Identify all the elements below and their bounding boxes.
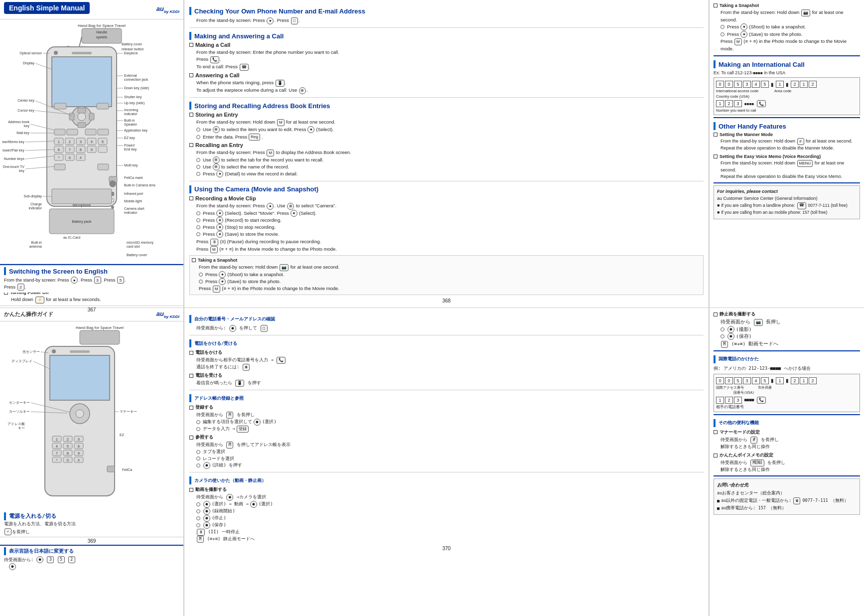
- au-logo: auby KDDI: [156, 5, 179, 14]
- switching-section: Switching the Screen to English From the…: [0, 264, 183, 293]
- svg-text:ディスプレイ: ディスプレイ: [11, 359, 32, 363]
- jp-intl-box: 0 0 5 3 4 5 ▮ 1 ▮ 2 1 2 国際アクセス番号 市外局番 国番…: [714, 374, 860, 412]
- svg-text:indicator: indicator: [124, 112, 138, 116]
- svg-text:マナーキー: マナーキー: [120, 410, 137, 413]
- svg-text:3: 3: [80, 140, 82, 144]
- svg-text:key: key: [24, 124, 29, 128]
- svg-text:Hand Bag for Space Travel: Hand Bag for Space Travel: [76, 325, 124, 330]
- storing-steps: From the stand-by screen: Hold down M fo…: [189, 119, 704, 141]
- checking-title: Checking Your Own Phone Number and E-mai…: [194, 7, 365, 15]
- jp-handy-header: その他の便利な機能: [714, 419, 860, 427]
- jp-num-footer: 相手の電話番号: [716, 405, 858, 410]
- making-bar: [189, 32, 191, 40]
- svg-text:au IC-Card: au IC-Card: [63, 236, 80, 239]
- svg-text:キー: キー: [18, 426, 25, 430]
- camera-bar: [189, 185, 191, 193]
- number-seq-bottom: 1 2 3 ■■■■ 📞: [716, 100, 858, 107]
- svg-text:Up key (side): Up key (side): [124, 101, 144, 105]
- voice-steps: From the stand-by screen: Hold down MENU…: [714, 160, 860, 180]
- jp-movie-row: 動画を撮影する: [189, 486, 704, 493]
- jp-divider-2: [714, 414, 860, 415]
- answering-subtitle-row: Answering a Call: [189, 72, 704, 78]
- jp-phone-num-title: 自分の電話番号・メールアドレスの確認: [194, 316, 275, 322]
- bullet-manner: [714, 133, 718, 137]
- svg-text:2: 2: [69, 140, 71, 144]
- svg-text:9: 9: [78, 452, 80, 455]
- storing-entry-row: Storing an Entry: [189, 112, 704, 118]
- sub-bullet-8: [196, 225, 200, 229]
- snapshot-steps-r: From the stand-by screen: Hold down 📷 fo…: [714, 9, 860, 52]
- snapshot-title: Taking a Snapshot: [198, 258, 237, 263]
- svg-text:Earpiece: Earpiece: [124, 51, 138, 55]
- sub-bullet-6: [196, 211, 200, 215]
- switching-text2: Press 2.: [4, 284, 179, 291]
- separator2: ▮: [786, 82, 789, 87]
- num-4: 4: [752, 81, 760, 88]
- call-icon: 📞: [757, 100, 766, 107]
- num-0-1: 0: [716, 81, 724, 88]
- svg-point-132: [76, 410, 84, 418]
- answering-subtitle: Answering a Call: [195, 72, 240, 78]
- right-panel-top: Taking a Snapshot From the stand-by scre…: [710, 0, 864, 308]
- access-code-label: International access code: [716, 89, 758, 93]
- svg-text:Camera start: Camera start: [124, 207, 144, 210]
- bullet-voice: [714, 154, 718, 158]
- svg-text:6: 6: [58, 148, 60, 152]
- making-call-subtitle: Making a Call: [195, 42, 230, 48]
- movie-clip-row: Recording a Movie Clip: [189, 195, 704, 201]
- svg-text:3: 3: [78, 438, 80, 441]
- jp-making-row: 電話をかける: [189, 349, 704, 356]
- area-code-label: Area code: [774, 89, 791, 93]
- jp-answer-text: 着信音が鳴ったら 📱 を押す: [189, 380, 704, 387]
- jp-intl-example: 例: アメリカの 212-123-■■■■ へかける場合: [714, 365, 860, 372]
- sub-bullet-11: [199, 280, 203, 284]
- jp-store-sub: 登録する: [195, 404, 213, 411]
- svg-rect-128: [50, 355, 110, 400]
- num-3: 3: [743, 81, 751, 88]
- camera-title: Using the Camera (Movie and Snapshot): [194, 185, 318, 193]
- switching-title: Switching the Screen to English: [9, 268, 108, 275]
- num-1-b: 1: [716, 100, 724, 107]
- jp-answer-row: 電話を受ける: [189, 372, 704, 379]
- jp-divider-1: [714, 350, 860, 351]
- num-5-2: 5: [761, 81, 769, 88]
- jp-phone-num-header: 自分の電話番号・メールアドレスの確認: [189, 315, 704, 323]
- jp-making-sub: 電話をかける: [195, 349, 222, 356]
- jp-call-header: 電話をかける/受ける: [189, 339, 704, 347]
- voice-subtitle: Setting the Easy Voice Memo (Voice Recor…: [720, 154, 821, 159]
- jp-movie-text: 待受画面から ● →カメラを選択 ● (選択) → 動画 → ● (選択) ● …: [189, 494, 704, 543]
- svg-text:9: 9: [91, 148, 93, 152]
- jp-power-section: 電源を入れる/切る 電源を入れる方法、電源を切る方法 ⚡を長押し: [0, 511, 183, 537]
- page-num-369: 369: [0, 537, 183, 545]
- snapshot-title-r: Taking a Snapshot: [720, 3, 759, 8]
- jp-contact-title: お問い合わせ先: [717, 482, 857, 488]
- country-code-label: Country code (USA): [716, 94, 858, 99]
- power-off-text: Hold down ⚡ for at least a few seconds.: [4, 296, 179, 304]
- sub-bullet-7: [196, 218, 200, 222]
- separator: ▮: [771, 82, 774, 87]
- voice-memo-row: Setting the Easy Voice Memo (Voice Recor…: [714, 154, 860, 159]
- svg-rect-42: [98, 146, 107, 153]
- num-1-3: 1: [776, 81, 784, 88]
- svg-text:Address book: Address book: [8, 120, 29, 124]
- svg-text:Mobile-light: Mobile-light: [124, 199, 142, 203]
- svg-text:1: 1: [56, 438, 58, 441]
- svg-text:0: 0: [69, 156, 71, 159]
- jp-contact-info: auお客さまセンター（総合案内） ■ au以外の固定電話・一般電話から: ☎ 0…: [717, 490, 857, 511]
- manner-subtitle: Setting the Manner Mode: [720, 132, 773, 137]
- svg-rect-19: [97, 103, 109, 109]
- svg-text:release button: release button: [122, 47, 144, 51]
- jp-num-seq-top: 0 0 5 3 4 5 ▮ 1 ▮ 2 1 2: [716, 377, 858, 384]
- svg-text:*: *: [56, 459, 58, 462]
- svg-text:6: 6: [78, 445, 80, 448]
- phone-svg: Hand Bag for Space Travel Handle eyelets…: [2, 19, 181, 264]
- svg-text:Power/: Power/: [124, 144, 135, 147]
- jp-store-row: 登録する: [189, 404, 704, 411]
- svg-text:8: 8: [80, 148, 82, 152]
- bullet-snapshot: [192, 258, 196, 262]
- bullet-answering: [189, 73, 193, 77]
- right-divider-3: [714, 182, 860, 183]
- jp-title: かんたん操作ガイド: [4, 310, 53, 318]
- recalling-subtitle: Recalling an Entry: [195, 142, 243, 148]
- jp-answer-sub: 電話を受ける: [195, 372, 222, 379]
